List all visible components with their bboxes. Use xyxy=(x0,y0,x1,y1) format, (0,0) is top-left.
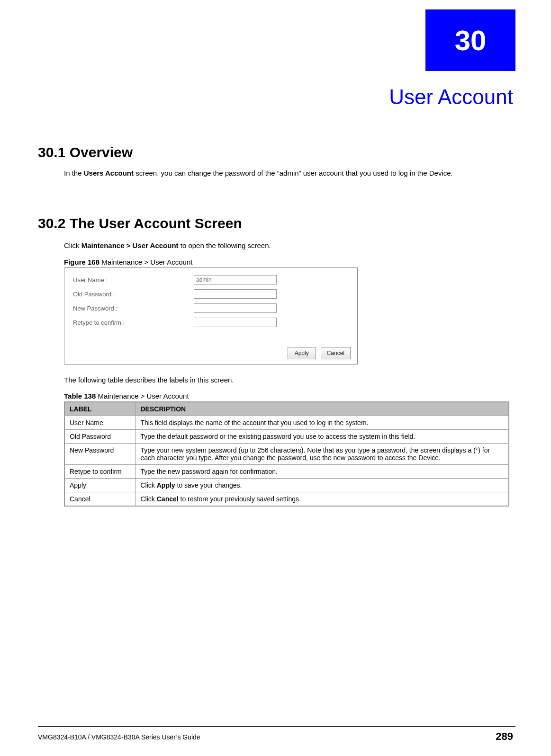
text: to restore your previously saved setting… xyxy=(179,495,301,503)
th-label: LABEL xyxy=(64,402,135,416)
cell-label: Retype to confirm xyxy=(64,465,135,479)
table-row: New Password Type your new system passwo… xyxy=(64,444,509,465)
text: to save your changes. xyxy=(175,481,242,489)
retype-input[interactable] xyxy=(194,318,277,327)
text: In the xyxy=(64,169,84,177)
table-caption: Maintenance > User Account xyxy=(96,392,189,400)
footer-divider xyxy=(38,726,515,727)
text: screen, you can change the password of t… xyxy=(134,169,453,177)
username-label: User Name : xyxy=(73,276,194,284)
user-account-form-figure: User Name : Old Password : New Password … xyxy=(64,267,358,365)
oldpassword-label: Old Password : xyxy=(73,291,194,298)
newpassword-input[interactable] xyxy=(194,303,277,313)
bold-apply: Apply xyxy=(157,481,175,489)
footer-guide-name: VMG8324-B10A / VMG8324-B30A Series User’… xyxy=(38,733,200,741)
cell-desc: Type your new system password (up to 256… xyxy=(135,444,509,465)
table-row: Cancel Click Cancel to restore your prev… xyxy=(64,492,509,507)
table-header-row: LABEL DESCRIPTION xyxy=(64,402,509,416)
newpassword-label: New Password : xyxy=(73,305,194,312)
button-row: Apply Cancel xyxy=(288,347,351,359)
text: to open the following screen. xyxy=(179,241,271,249)
table-row: Apply Click Apply to save your changes. xyxy=(64,479,509,492)
oldpassword-input[interactable] xyxy=(194,289,277,299)
section-heading-overview: 30.1 Overview xyxy=(38,144,133,160)
cell-label: Cancel xyxy=(64,492,135,507)
table-number: Table 138 xyxy=(64,392,96,400)
table-label: Table 138 Maintenance > User Account xyxy=(64,392,189,400)
chapter-badge: 30 xyxy=(425,9,515,71)
following-paragraph: The following table describes the labels… xyxy=(64,375,490,385)
table-row: Old Password Type the default password o… xyxy=(64,430,509,444)
retype-label: Retype to confirm : xyxy=(73,319,194,326)
form-row-username: User Name : xyxy=(73,274,349,286)
bold-users-account: Users Account xyxy=(84,169,134,177)
section-heading-screen: 30.2 The User Account Screen xyxy=(38,215,242,231)
cell-label: New Password xyxy=(64,444,135,465)
cell-desc: Type the default password or the existin… xyxy=(135,430,509,444)
cell-desc: Type the new password again for confirma… xyxy=(135,465,509,479)
table-row: Retype to confirm Type the new password … xyxy=(64,465,509,479)
cell-label: Apply xyxy=(64,479,135,492)
description-table: LABEL DESCRIPTION User Name This field d… xyxy=(64,401,509,507)
text: Click xyxy=(64,241,81,249)
cell-desc: This field displays the name of the acco… xyxy=(135,416,509,430)
figure-caption: Maintenance > User Account xyxy=(99,258,192,266)
text: Click xyxy=(141,495,157,503)
cell-desc: Click Apply to save your changes. xyxy=(135,479,509,492)
cell-label: User Name xyxy=(64,416,135,430)
click-paragraph: Click Maintenance > User Account to open… xyxy=(64,240,490,251)
footer-page-number: 289 xyxy=(496,730,513,743)
figure-number: Figure 168 xyxy=(64,258,99,266)
chapter-number: 30 xyxy=(455,24,487,57)
breadcrumb-bold: Maintenance > User Account xyxy=(81,241,179,249)
cancel-button[interactable]: Cancel xyxy=(321,347,351,359)
apply-button[interactable]: Apply xyxy=(288,347,316,359)
overview-paragraph: In the Users Account screen, you can cha… xyxy=(64,168,490,178)
th-description: DESCRIPTION xyxy=(135,402,509,416)
text: Click xyxy=(141,481,157,489)
cell-label: Old Password xyxy=(64,430,135,444)
figure-label: Figure 168 Maintenance > User Account xyxy=(64,258,192,266)
username-input[interactable] xyxy=(194,275,277,285)
chapter-title: User Account xyxy=(389,85,513,109)
cell-desc: Click Cancel to restore your previously … xyxy=(135,492,509,507)
form-row-oldpassword: Old Password : xyxy=(73,288,349,300)
table-row: User Name This field displays the name o… xyxy=(64,416,509,430)
form-row-newpassword: New Password : xyxy=(73,302,349,314)
form-row-retype: Retype to confirm : xyxy=(73,316,349,329)
bold-cancel: Cancel xyxy=(157,495,179,503)
